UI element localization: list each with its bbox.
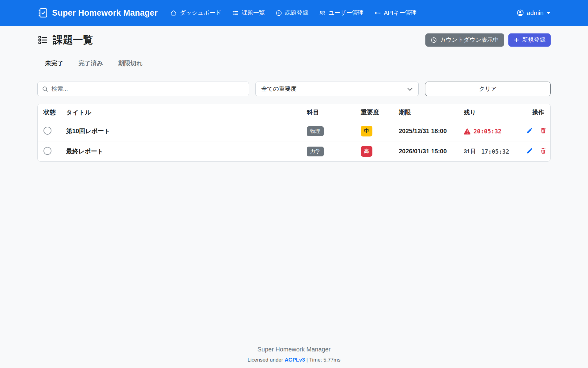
complete-toggle[interactable] [43,147,51,155]
task-table-card: 状態 タイトル 科目 重要度 期限 残り 操作 第10回レポート 物理 中 20… [37,104,551,162]
trash-icon [540,127,547,134]
col-actions: 操作 [520,104,550,121]
plus-icon [514,37,519,43]
importance-select[interactable]: 全ての重要度 [255,82,419,96]
clock-icon [431,37,437,43]
edit-button[interactable] [526,147,533,154]
new-task-button[interactable]: 新規登録 [508,33,551,47]
page-header: 課題一覧 カウントダウン表示中 新規登録 [37,33,551,47]
brand[interactable]: Super Homework Manager [37,7,158,18]
remaining-time: 20:05:32 [464,128,517,135]
countdown-toggle-button[interactable]: カウントダウン表示中 [425,33,504,47]
countdown-value: 17:05:32 [481,148,509,155]
users-icon [319,10,326,17]
importance-badge: 高 [361,146,372,157]
remaining-time: 31日 17:05:32 [464,148,517,155]
remaining-days: 31日 [464,148,476,155]
subject-badge: 力学 [307,147,324,156]
nav-item-task-create[interactable]: 課題登録 [275,9,308,17]
tab-completed[interactable]: 完了済み [78,59,103,67]
task-title: 第10回レポート [66,128,110,134]
task-table: 状態 タイトル 科目 重要度 期限 残り 操作 第10回レポート 物理 中 20… [38,104,550,161]
license-prefix: Licensed under [247,357,283,363]
user-name: admin [527,10,544,17]
tab-overdue[interactable]: 期限切れ [118,59,142,67]
edit-button[interactable] [526,127,533,134]
pencil-icon [526,147,533,154]
warning-icon [464,128,471,135]
search-box [37,82,249,96]
key-icon [374,10,381,17]
navbar: Super Homework Manager ダッシュボード 課題 [0,0,588,26]
header-actions: カウントダウン表示中 新規登録 [425,33,551,47]
subject-badge: 物理 [307,126,324,136]
col-due: 期限 [393,104,458,121]
col-subject: 科目 [301,104,355,121]
main-content: 課題一覧 カウントダウン表示中 新規登録 未完了 [37,26,551,162]
user-menu[interactable]: admin [516,9,551,17]
home-icon [170,10,177,17]
nav-item-label: 課題一覧 [242,9,265,17]
nav-item-task-list[interactable]: 課題一覧 [232,9,265,17]
nav-item-label: 課題登録 [285,9,308,17]
row-actions [526,127,547,134]
footer: Super Homework Manager Licensed under AG… [0,346,588,368]
footer-app-name: Super Homework Manager [0,346,588,353]
trash-icon [540,147,547,154]
footer-license: Licensed under AGPLv3 | Time: 5.77ms [247,357,341,363]
list-task-icon [37,35,48,45]
chevron-down-icon [407,87,413,91]
page-title-text: 課題一覧 [53,33,93,47]
countdown-value: 20:05:32 [473,128,502,135]
importance-badge: 中 [361,126,372,136]
pencil-icon [526,127,533,134]
plus-circle-icon [275,10,282,17]
countdown-toggle-label: カウントダウン表示中 [440,36,499,44]
filter-bar: 全ての重要度 クリア [37,82,551,96]
delete-button[interactable] [540,147,547,154]
journal-check-icon [37,7,48,18]
list-icon [232,10,239,17]
col-remaining: 残り [458,104,520,121]
row-actions [526,147,547,154]
tab-incomplete[interactable]: 未完了 [45,59,63,67]
delete-button[interactable] [540,127,547,134]
nav-item-api-keys[interactable]: APIキー管理 [374,9,417,17]
license-suffix: | Time: 5.77ms [307,357,341,363]
complete-toggle[interactable] [43,127,51,135]
table-header-row: 状態 タイトル 科目 重要度 期限 残り 操作 [38,104,550,121]
nav-item-user-management[interactable]: ユーザー管理 [319,9,364,17]
caret-down-icon [546,12,551,14]
nav-item-label: ダッシュボード [180,9,221,17]
due-date: 2025/12/31 18:00 [399,128,447,134]
table-row: 第10回レポート 物理 中 2025/12/31 18:00 [38,121,550,141]
nav-item-label: ユーザー管理 [329,9,364,17]
nav-item-label: APIキー管理 [384,9,417,17]
new-task-label: 新規登録 [522,36,545,44]
col-importance: 重要度 [355,104,393,121]
table-row: 最終レポート 力学 高 2026/01/31 15:00 31日 17:05:3… [38,141,550,162]
search-input[interactable] [51,86,244,92]
person-circle-icon [516,9,524,17]
page-title: 課題一覧 [37,33,93,47]
nav-links: ダッシュボード 課題一覧 課題登録 [170,9,417,17]
col-title: タイトル [60,104,301,121]
task-title: 最終レポート [66,148,103,155]
due-date: 2026/01/31 15:00 [399,148,447,155]
status-tabs: 未完了 完了済み 期限切れ [37,59,551,67]
nav-item-dashboard[interactable]: ダッシュボード [170,9,221,17]
search-icon [42,86,48,92]
col-status: 状態 [38,104,60,121]
clear-button[interactable]: クリア [425,82,551,96]
importance-selected-value: 全ての重要度 [261,85,296,93]
license-link[interactable]: AGPLv3 [285,357,305,363]
brand-title: Super Homework Manager [52,8,158,18]
